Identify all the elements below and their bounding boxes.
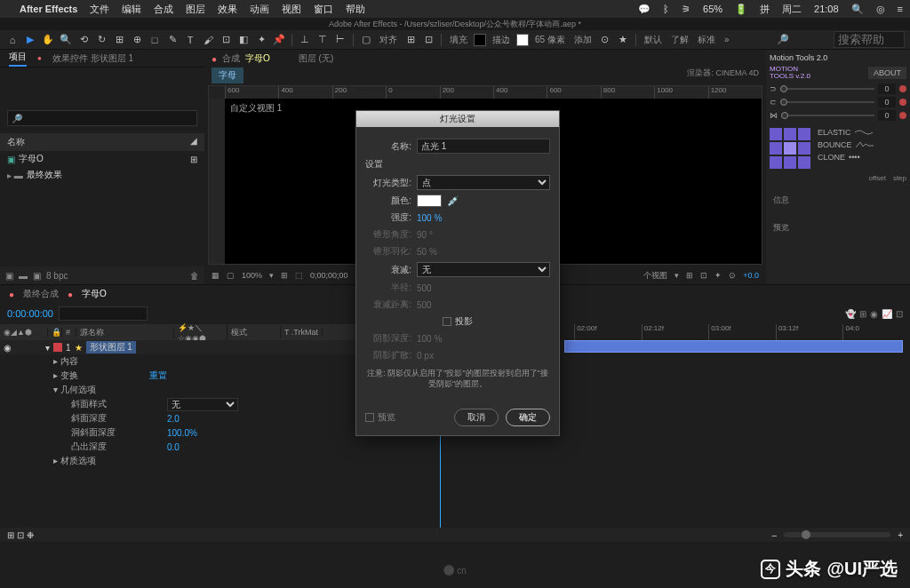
ease-both-slider[interactable]: ⋈0 <box>770 110 906 121</box>
3dview-icon[interactable]: ▾ <box>675 271 679 280</box>
eyedropper-icon[interactable]: 💉 <box>447 195 459 207</box>
bounce-button[interactable]: BOUNCE <box>818 140 874 149</box>
layer-bar[interactable] <box>564 340 903 353</box>
preview-icon[interactable]: ⊙ <box>729 271 736 280</box>
zoom-tool-icon[interactable]: 🔍 <box>59 33 73 47</box>
orbit-tool-icon[interactable]: ⟲ <box>76 33 91 47</box>
about-button[interactable]: ABOUT <box>868 67 906 79</box>
bpc-label[interactable]: 8 bpc <box>46 271 68 281</box>
prop-extrude[interactable]: 凸出深度0.0 <box>0 440 440 454</box>
snap-ext-icon[interactable]: ⊞ <box>403 33 418 47</box>
light-type-select[interactable]: 点 <box>417 175 550 190</box>
add-label[interactable]: 添加 <box>574 34 592 46</box>
help-search-input[interactable] <box>834 31 905 48</box>
layer-color-badge[interactable] <box>53 343 62 352</box>
project-item[interactable]: ▣ 字母O ⊞ <box>0 151 204 167</box>
stamp-tool-icon[interactable]: ⊡ <box>219 33 233 47</box>
project-item[interactable]: ▸ ▬ 最终效果 <box>0 167 204 183</box>
app-name[interactable]: After Effects <box>20 4 77 14</box>
ease-out-slider[interactable]: ⊂0 <box>770 97 906 107</box>
project-tab[interactable]: 项目 <box>9 51 27 67</box>
bevel-style-select[interactable]: 无 <box>167 398 238 411</box>
cancel-button[interactable]: 取消 <box>454 409 499 426</box>
stroke-label[interactable]: 描边 <box>492 34 510 46</box>
menu-help[interactable]: 帮助 <box>346 3 365 16</box>
workspace-more[interactable]: » <box>724 35 730 44</box>
search-icon[interactable]: 🔎 <box>776 33 790 47</box>
view2-icon[interactable]: ⊡ <box>700 271 707 280</box>
text-tool-icon[interactable]: T <box>183 33 197 47</box>
brush-tool-icon[interactable]: 🖌 <box>201 33 215 47</box>
notif-icon[interactable]: ≡ <box>898 4 903 14</box>
mask-icon[interactable]: ⬚ <box>295 271 303 280</box>
axis-local-icon[interactable]: ⊥ <box>298 33 312 47</box>
menu-layer[interactable]: 图层 <box>186 3 205 16</box>
home-icon[interactable]: ⌂ <box>5 33 20 47</box>
menu-effect[interactable]: 效果 <box>218 3 237 16</box>
bezier-icon[interactable]: ★ <box>616 33 630 47</box>
stroke-swatch[interactable] <box>516 34 529 46</box>
menu-view[interactable]: 视图 <box>282 3 301 16</box>
frameblend-icon[interactable]: ⊞ <box>859 309 866 319</box>
exposure-value[interactable]: +0.0 <box>743 271 759 280</box>
color-swatch[interactable] <box>417 195 442 207</box>
new-comp-icon[interactable]: ▣ <box>33 271 41 281</box>
motionblur-icon[interactable]: ◉ <box>870 309 878 319</box>
snap-icon[interactable]: ▢ <box>359 33 373 47</box>
spotlight-icon[interactable]: 🔍 <box>851 4 864 15</box>
project-col-name[interactable]: 名称 <box>7 136 190 148</box>
intensity-value[interactable]: 100 % <box>417 213 442 223</box>
falloff-select[interactable]: 无 <box>417 262 550 277</box>
siri-icon[interactable]: ◎ <box>876 4 885 15</box>
alpha-icon[interactable]: ▦ <box>212 271 220 280</box>
bluetooth-icon[interactable]: ᛒ <box>663 4 669 14</box>
shadow-checkbox[interactable]: 投影 <box>443 315 473 328</box>
wifi-icon[interactable]: ⚞ <box>682 4 690 15</box>
roto-tool-icon[interactable]: ✦ <box>254 33 268 47</box>
grid-icon[interactable]: ⊞ <box>281 271 288 280</box>
renderer-label[interactable]: 渲染器: CINEMA 4D <box>687 68 759 79</box>
toggle-switches-icon[interactable]: ⊞ ⊡ ❉ <box>7 530 34 540</box>
trash-icon[interactable]: 🗑 <box>190 271 199 281</box>
snap-edge-icon[interactable]: ⊡ <box>421 33 435 47</box>
fx-controls-tab[interactable]: 效果控件 形状图层 1 <box>52 52 133 65</box>
layer-name[interactable]: 形状图层 1 <box>86 341 136 354</box>
light-name-input[interactable] <box>417 139 550 154</box>
twirl-icon[interactable]: ▾ <box>45 343 50 353</box>
visibility-icon[interactable]: ◉ <box>4 343 12 353</box>
add-dropdown-icon[interactable]: ⊙ <box>598 33 612 47</box>
channel-icon[interactable]: ▾ <box>269 271 274 280</box>
pen-tool-icon[interactable]: ✎ <box>165 33 180 47</box>
step-label[interactable]: step <box>893 174 906 182</box>
menu-file[interactable]: 文件 <box>90 3 109 16</box>
menu-window[interactable]: 窗口 <box>314 3 333 16</box>
ime-icon[interactable]: 拼 <box>760 3 770 16</box>
axis-view-icon[interactable]: ⊢ <box>333 33 347 47</box>
sub-tab[interactable]: 字母 <box>212 68 243 83</box>
hand-tool-icon[interactable]: ✋ <box>41 33 55 47</box>
ok-button[interactable]: 确定 <box>506 409 550 426</box>
anchor-grid[interactable] <box>770 128 810 169</box>
timeline-tab[interactable]: 最终合成 <box>23 288 59 300</box>
selection-tool-icon[interactable]: ▶ <box>23 33 37 47</box>
zoom-out-icon[interactable]: – <box>772 530 778 540</box>
menu-edit[interactable]: 编辑 <box>122 3 141 16</box>
offset-label[interactable]: offset <box>868 174 885 182</box>
fill-swatch[interactable] <box>474 34 486 46</box>
puppet-tool-icon[interactable]: 📌 <box>272 33 286 47</box>
interpret-icon[interactable]: ▣ <box>5 271 13 281</box>
rotate-tool-icon[interactable]: ↻ <box>94 33 108 47</box>
timecode-display[interactable]: 0;00;00;00 <box>310 271 348 280</box>
zoom-value[interactable]: 100% <box>242 271 262 280</box>
prop-material[interactable]: ▸ 材质选项 <box>0 454 440 468</box>
draft3d-tl-icon[interactable]: ⊡ <box>896 309 903 319</box>
clone-button[interactable]: CLONE•••• <box>818 153 874 162</box>
layer-tab[interactable]: 图层 (无) <box>299 52 333 65</box>
wechat-icon[interactable]: 💬 <box>638 4 651 15</box>
stroke-width[interactable]: 65 像素 <box>535 34 565 46</box>
shy-icon[interactable]: 👻 <box>845 309 856 319</box>
timeline-search-input[interactable] <box>59 306 148 321</box>
workspace-default[interactable]: 默认 <box>644 34 662 46</box>
view-count[interactable]: 个视图 <box>643 270 667 282</box>
camera-tool-icon[interactable]: ⊞ <box>112 33 126 47</box>
